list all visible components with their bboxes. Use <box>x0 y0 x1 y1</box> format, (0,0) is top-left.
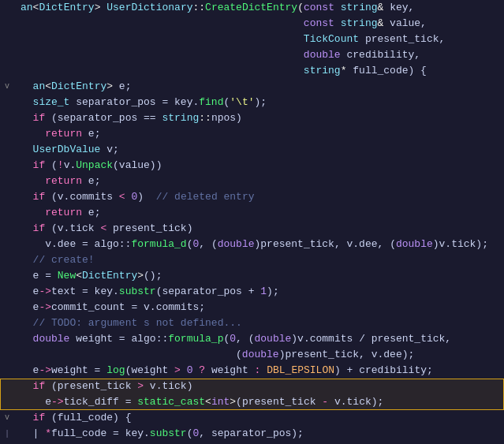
code-line-8: if (separator_pos == string::npos) <box>0 110 504 126</box>
code-line-27: v if (full_code) { <box>0 410 504 426</box>
code-line-13: if (v.commits < 0) // deleted entry <box>0 189 504 205</box>
code-line-23: (double)present_tick, v.dee); <box>0 347 504 363</box>
code-line-26: e->tick_diff = static_cast<int>(present_… <box>0 394 504 410</box>
line-content-8: if (separator_pos == string::npos) <box>17 110 504 126</box>
line-content-28: | *full_code = key.substr(0, separator_p… <box>17 426 504 442</box>
code-line-10: UserDbValue v; <box>0 142 504 158</box>
code-line-14: return e; <box>0 205 504 221</box>
code-line-24: e->weight = log(weight > 0 ? weight : DB… <box>0 363 504 379</box>
code-line-7: size_t separator_pos = key.find('\t'); <box>0 95 504 110</box>
line-content-27: if (full_code) { <box>17 410 504 426</box>
code-line-17: // create! <box>0 252 504 268</box>
code-line-4: double credibility, <box>0 47 504 63</box>
line-content-11: if (!v.Unpack(value)) <box>17 158 504 173</box>
line-content-13: if (v.commits < 0) // deleted entry <box>17 189 504 205</box>
code-line-19: e->text = key.substr(separator_pos + 1); <box>0 284 504 300</box>
line-content-3: TickCount present_tick, <box>17 32 504 47</box>
line-content-12: return e; <box>17 173 504 189</box>
line-content-26: e->tick_diff = static_cast<int>(present_… <box>17 394 504 410</box>
line-content-21: // TODO: argument s not defined... <box>17 315 504 331</box>
gutter-6: v <box>0 79 17 95</box>
line-content-6: an<DictEntry> e; <box>17 79 504 95</box>
line-content-15: if (v.tick < present_tick) <box>17 221 504 237</box>
line-content-4: double credibility, <box>17 47 504 63</box>
line-content-16: v.dee = algo::formula_d(0, (double)prese… <box>17 237 504 252</box>
code-line-28: | | *full_code = key.substr(0, separator… <box>0 426 504 442</box>
line-content-9: return e; <box>17 126 504 142</box>
line-content-25: if (present_tick > v.tick) <box>17 379 504 394</box>
code-line-1: an<DictEntry> UserDictionary::CreateDict… <box>0 0 504 16</box>
code-line-22: double weight = algo::formula_p(0, (doub… <box>0 331 504 347</box>
gutter-28: | <box>0 426 17 442</box>
code-line-9: return e; <box>0 126 504 142</box>
code-line-20: e->commit_count = v.commits; <box>0 300 504 315</box>
gutter-27: v <box>0 410 17 426</box>
line-content-1: an<DictEntry> UserDictionary::CreateDict… <box>17 0 504 16</box>
line-content-10: UserDbValue v; <box>17 142 504 158</box>
line-content-7: size_t separator_pos = key.find('\t'); <box>17 95 504 110</box>
line-content-2: const string& value, <box>17 16 504 32</box>
code-line-12: return e; <box>0 173 504 189</box>
code-editor: an<DictEntry> UserDictionary::CreateDict… <box>0 0 504 444</box>
line-content-17: // create! <box>17 252 504 268</box>
code-line-25: if (present_tick > v.tick) <box>0 379 504 394</box>
line-content-22: double weight = algo::formula_p(0, (doub… <box>17 331 504 347</box>
code-line-3: TickCount present_tick, <box>0 32 504 47</box>
code-line-18: e = New<DictEntry>(); <box>0 268 504 284</box>
code-line-5: string* full_code) { <box>0 63 504 79</box>
code-line-15: if (v.tick < present_tick) <box>0 221 504 237</box>
code-line-21: // TODO: argument s not defined... <box>0 315 504 331</box>
line-content-18: e = New<DictEntry>(); <box>17 268 504 284</box>
line-content-24: e->weight = log(weight > 0 ? weight : DB… <box>17 363 504 379</box>
code-line-2: const string& value, <box>0 16 504 32</box>
code-line-16: v.dee = algo::formula_d(0, (double)prese… <box>0 237 504 252</box>
line-content-23: (double)present_tick, v.dee); <box>17 347 504 363</box>
line-content-19: e->text = key.substr(separator_pos + 1); <box>17 284 504 300</box>
code-line-11: if (!v.Unpack(value)) <box>0 158 504 173</box>
line-content-20: e->commit_count = v.commits; <box>17 300 504 315</box>
line-content-14: return e; <box>17 205 504 221</box>
code-line-6: v an<DictEntry> e; <box>0 79 504 95</box>
line-content-5: string* full_code) { <box>17 63 504 79</box>
